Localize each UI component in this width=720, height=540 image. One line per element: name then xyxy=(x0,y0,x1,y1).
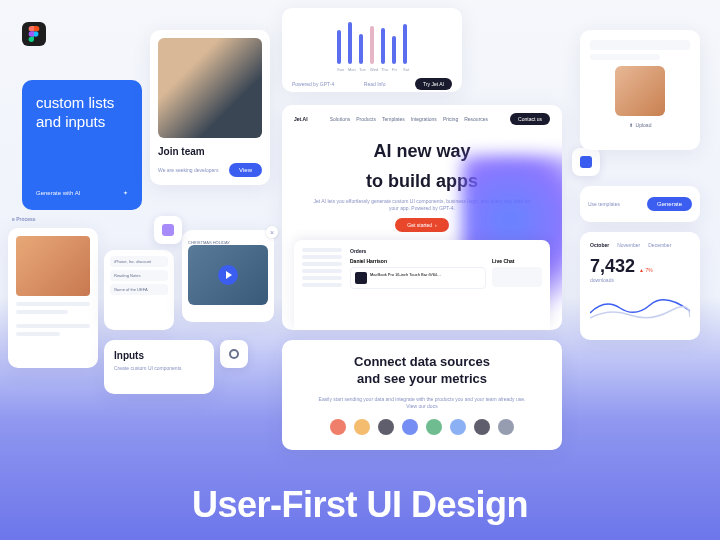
contact-button[interactable]: Contact us xyxy=(510,113,550,125)
custom-lists-card: custom lists and inputs Generate with AI… xyxy=(22,80,142,210)
window-icon xyxy=(580,156,592,168)
figma-icon xyxy=(22,22,46,46)
sparkle-icon: ✦ xyxy=(123,189,128,196)
powered-by: Powered by GPT-4 xyxy=(292,81,334,87)
upload-card: ⬆Upload xyxy=(580,30,700,150)
avatar xyxy=(615,66,665,116)
video-thumbnail[interactable] xyxy=(188,245,268,305)
tags-card: iPhone, Inc. discount Reading Notes Game… xyxy=(104,250,174,330)
logo-icon xyxy=(378,419,394,435)
bar-chart xyxy=(292,18,452,64)
file-icon-tile[interactable] xyxy=(154,216,182,244)
process-card: e Process xyxy=(8,228,98,368)
dashboard-preview: Orders Daniel Harrison MacBook Pro 16-in… xyxy=(294,240,550,330)
logo-icon xyxy=(498,419,514,435)
upload-icon: ⬆ xyxy=(629,122,633,128)
customer-name: Daniel Harrison xyxy=(350,258,486,264)
video-card: × CHRISTMAS HOLIDAY xyxy=(182,230,274,322)
process-label: e Process xyxy=(12,216,36,222)
brand-logo[interactable]: Jet.AI xyxy=(294,116,308,122)
connect-subtitle: Easily start sending your data and integ… xyxy=(316,396,528,411)
custom-lists-title: custom lists and inputs xyxy=(36,94,128,132)
link-icon-tile[interactable] xyxy=(220,340,248,368)
window-icon-tile[interactable] xyxy=(572,148,600,176)
link-icon xyxy=(229,349,239,359)
inputs-subtitle: Create custom UI components xyxy=(114,365,204,371)
hero-card: Jet.AI SolutionsProductsTemplatesIntegra… xyxy=(282,105,562,330)
line-chart xyxy=(590,293,690,323)
upload-button[interactable]: ⬆Upload xyxy=(590,122,690,128)
metric-label: downloads xyxy=(590,277,690,283)
month-tab[interactable]: October xyxy=(590,242,609,248)
metric-value: 7,432 xyxy=(590,256,635,277)
join-team-title: Join team xyxy=(158,146,262,157)
close-icon[interactable]: × xyxy=(266,226,278,238)
connect-title-2: and see your metrics xyxy=(296,371,548,388)
tag-item[interactable]: Game of the UEFA xyxy=(110,284,168,295)
logo-icon xyxy=(402,419,418,435)
connect-title-1: Connect data sources xyxy=(296,354,548,371)
logo-icon xyxy=(330,419,346,435)
get-started-button[interactable]: Get started› xyxy=(395,218,448,232)
inputs-card: Inputs Create custom UI components xyxy=(104,340,214,394)
month-tabs: October November December xyxy=(590,242,690,248)
integration-logos xyxy=(296,419,548,435)
try-jet-ai-button[interactable]: Try Jet AI xyxy=(415,78,452,90)
inputs-title: Inputs xyxy=(114,350,204,361)
product-card[interactable]: MacBook Pro 16-inch Touch Bar i9/64… xyxy=(350,267,486,289)
logo-icon xyxy=(426,419,442,435)
month-tab[interactable]: December xyxy=(648,242,671,248)
connect-card: Connect data sources and see your metric… xyxy=(282,340,562,450)
file-icon xyxy=(162,224,174,236)
join-team-subtitle: We are seeking developers xyxy=(158,167,219,173)
metrics-card: October November December 7,432 ▲ 7% dow… xyxy=(580,232,700,340)
logo-icon xyxy=(450,419,466,435)
tag-item[interactable]: iPhone, Inc. discount xyxy=(110,256,168,267)
join-team-card: Join team We are seeking developers View xyxy=(150,30,270,185)
templates-card: Use templates Generate xyxy=(580,186,700,222)
month-tab[interactable]: November xyxy=(617,242,640,248)
page-headline: User-First UI Design xyxy=(0,484,720,526)
logo-icon xyxy=(354,419,370,435)
hero-nav: SolutionsProductsTemplatesIntegrationsPr… xyxy=(330,116,488,122)
view-button[interactable]: View xyxy=(229,163,262,177)
templates-label: Use templates xyxy=(588,201,620,207)
tag-item[interactable]: Reading Notes xyxy=(110,270,168,281)
generate-ai-label: Generate with AI xyxy=(36,190,80,196)
read-info[interactable]: Read Info xyxy=(364,81,386,87)
process-image xyxy=(16,236,90,296)
logo-icon xyxy=(474,419,490,435)
orders-label: Orders xyxy=(350,248,542,254)
metric-pct: ▲ 7% xyxy=(639,267,653,273)
bar-chart-card: SunMonTueWedThuFriSat Powered by GPT-4 R… xyxy=(282,8,462,92)
play-icon[interactable] xyxy=(218,265,238,285)
generate-button[interactable]: Generate xyxy=(647,197,692,211)
avatar xyxy=(158,38,262,138)
live-chat-label: Live Chat xyxy=(492,258,542,264)
